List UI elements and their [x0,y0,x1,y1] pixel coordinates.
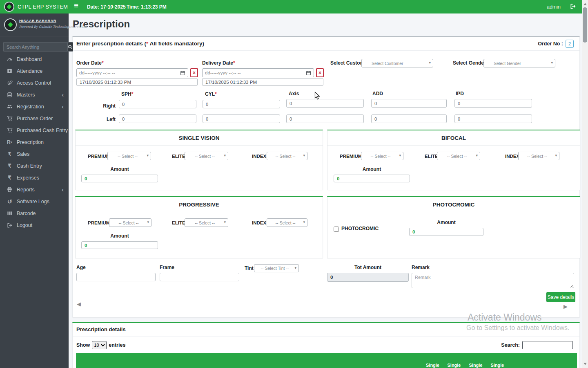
sidebar-item-software-logs[interactable]: ↺ Software Logs [0,195,69,207]
column-header-blank[interactable] [197,353,216,368]
sph-right-input[interactable] [119,100,196,108]
bf-amount-input[interactable] [334,175,410,182]
calendar-icon[interactable] [180,70,185,76]
sidebar-item-prescription[interactable]: Rx Prescription [0,136,69,148]
pg-premium-select[interactable]: -- Select --▾ [109,218,151,227]
column-header-single-vision[interactable]: Single Vision [488,353,510,368]
order-date-clear-button[interactable]: × [190,68,198,77]
sidebar-item-sales[interactable]: ₹ Sales [0,148,69,160]
column-header-delivery[interactable]: Delivery [139,353,166,368]
calendar-icon[interactable] [306,70,311,76]
pc-amount-input[interactable] [409,228,483,236]
column-header-axis[interactable]: AXIS [328,353,348,368]
sidebar-item-cash-entry[interactable]: ₹ Cash Entry [0,160,69,172]
scrollbar-down-arrow-icon[interactable] [582,361,588,367]
column-header-cyl[interactable]: CYL [288,353,308,368]
sidebar-item-attendance[interactable]: Attendance [0,65,69,77]
sidebar-item-masters[interactable]: Masters ‹ [0,89,69,101]
entries-select[interactable]: 10 [92,341,107,349]
user-menu[interactable]: admin [547,4,561,10]
tint-select[interactable]: -- Select Tint -- ▾ [254,264,299,272]
sv-amount-input[interactable] [81,175,158,182]
bf-elite-select[interactable]: -- Select --▾ [437,152,480,160]
column-header-cyl[interactable]: CYL [270,353,288,368]
sidebar-item-label: Cash Entry [17,163,64,169]
column-header-bifocal[interactable]: Bifocal [510,353,533,368]
sv-index-select[interactable]: -- Select --▾ [267,152,307,160]
ipd-right-input[interactable] [454,99,532,108]
search-button[interactable] [67,42,73,52]
photocromic-checkbox[interactable] [334,227,339,232]
search-input[interactable] [3,42,67,52]
column-header-single-vision[interactable]: Single Vision [445,353,467,368]
sph-left-input[interactable] [119,114,196,123]
axis-right-input[interactable] [286,99,364,108]
sidebar-item-registration[interactable]: Registration ‹ [0,101,69,112]
scrollbar-up-arrow-icon[interactable] [582,1,588,7]
scroll-right-arrow-icon[interactable]: ▶ [564,303,568,310]
delivery-date-value-input[interactable] [202,78,323,86]
column-header-single-vision[interactable]: Single Vision [424,353,445,368]
order-date-value-input[interactable] [76,78,198,86]
column-header-ipd[interactable]: IPD [404,353,424,368]
pg-amount-input[interactable] [81,241,158,249]
sidebar-item-expenses[interactable]: ₹ Expenses [0,172,69,184]
rupee-icon: ₹ [6,151,13,157]
column-header-customer[interactable]: Customer [166,353,197,368]
sv-elite-select[interactable]: -- Select --▾ [185,152,228,160]
ipd-left-input[interactable] [454,114,532,123]
panel-title: SINGLE VISION [76,130,323,146]
age-input[interactable] [76,273,156,281]
add-left-input[interactable] [371,114,447,123]
sidebar-item-barcode[interactable]: Barcode [0,207,69,219]
vertical-scrollbar[interactable] [582,0,588,368]
column-header-sph[interactable]: SPH [252,353,270,368]
column-header-ipd[interactable]: IPD [386,353,404,368]
column-header-order[interactable]: Order [113,353,139,368]
logout-icon[interactable] [570,3,576,9]
column-header-sph[interactable]: SPH [232,353,252,368]
company-name: HISAAB BARABAR [19,19,56,23]
delivery-date-input[interactable]: dd-----yyyy --:-- -- [202,68,314,77]
elite-label: ELITE [172,154,185,159]
column-header-sl[interactable]: SL. [76,353,91,368]
column-header-order[interactable]: Order [91,353,113,368]
column-header-axis[interactable]: AXIS [308,353,328,368]
sidebar-item-dashboard[interactable]: Dashboard [0,53,69,65]
bf-premium-select[interactable]: -- Select --▾ [361,152,403,160]
column-header-single-vision[interactable]: Single Vision [467,353,488,368]
sv-premium-select[interactable]: -- Select --▾ [107,152,151,160]
cyl-left-input[interactable] [203,114,280,123]
remark-textarea[interactable] [412,273,574,288]
customer-select[interactable]: --Select Customer-- ▾ [361,59,433,67]
add-right-input[interactable] [371,99,447,108]
column-header-bifocal[interactable]: Bifocal [557,353,577,368]
scroll-left-arrow-icon[interactable]: ◀ [77,301,81,307]
photocromic-checkbox-label: PHOTOCROMIC [341,226,379,231]
sidebar-item-purchased-cash-entry[interactable]: Purchased Cash Entry [0,124,69,136]
table-search-input[interactable] [522,341,573,349]
column-header-bifocal[interactable]: Bifocal [533,353,557,368]
column-header-add[interactable]: ADD [348,353,367,368]
cyl-right-input[interactable] [203,100,280,108]
index-label: INDEX [252,220,266,225]
gender-select[interactable]: --Select Gender-- ▾ [483,59,555,67]
sidebar-item-purchase-order[interactable]: Purchase Order [0,112,69,124]
save-details-button[interactable]: Save details [546,292,575,302]
pg-index-select[interactable]: -- Select --▾ [267,218,307,227]
order-date-input[interactable]: dd-----yyyy --:-- -- [76,68,188,77]
pg-elite-select[interactable]: -- Select --▾ [185,218,228,227]
frame-input[interactable] [160,273,239,281]
delivery-date-clear-button[interactable]: × [316,68,324,77]
axis-left-input[interactable] [286,114,364,123]
sidebar-item-label: Access Control [17,80,64,86]
column-header-add[interactable]: ADD [367,353,386,368]
bf-index-select[interactable]: -- Select --▾ [518,152,559,160]
menu-toggle-icon[interactable]: ≡ [74,1,78,10]
panel-title: PROGRESSIVE [76,197,323,212]
column-header-blank[interactable] [216,353,232,368]
scrollbar-thumb[interactable] [583,7,587,43]
sidebar-item-reports[interactable]: Reports ‹ [0,184,69,195]
sidebar-item-access-control[interactable]: Access Control [0,77,69,89]
sidebar-item-logout[interactable]: Logout [0,219,69,231]
